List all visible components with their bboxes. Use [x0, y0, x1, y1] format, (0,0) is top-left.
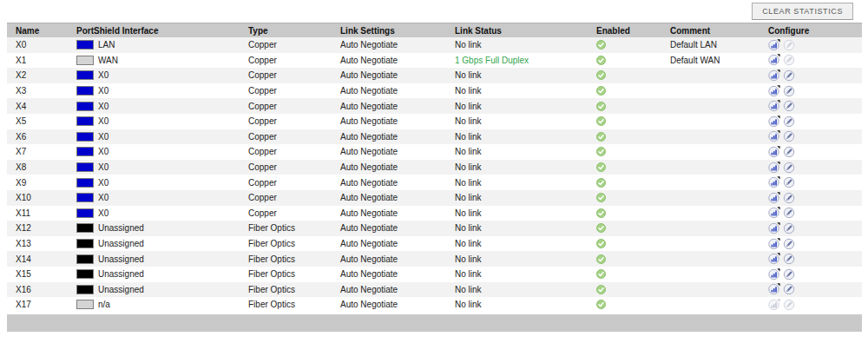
edit-pencil-icon[interactable]: [783, 238, 795, 250]
edit-pencil-icon[interactable]: [783, 85, 795, 97]
portshield-color-swatch: [76, 147, 94, 156]
statistics-bar-chart-icon[interactable]: [768, 100, 780, 112]
comment: [661, 144, 760, 160]
link-status: No link: [446, 251, 588, 267]
portshield-label: Unassigned: [98, 223, 144, 233]
link-settings: Auto Negotiate: [332, 37, 446, 53]
statistics-bar-chart-icon[interactable]: [768, 222, 780, 234]
enabled-check-circle-icon: [596, 254, 606, 264]
statistics-bar-chart-icon[interactable]: [768, 54, 780, 66]
port-name: X15: [7, 267, 68, 282]
statistics-bar-chart-icon[interactable]: [768, 207, 780, 219]
enabled-check-circle-icon: [596, 239, 606, 248]
statistics-bar-chart-icon[interactable]: [768, 69, 780, 82]
comment: [661, 267, 760, 282]
edit-pencil-icon[interactable]: [783, 162, 795, 174]
column-header-portshield: PortShield Interface: [68, 23, 240, 37]
statistics-bar-chart-icon[interactable]: [768, 39, 780, 51]
edit-pencil-icon[interactable]: [783, 54, 795, 66]
column-header-configure: Configure: [760, 23, 862, 37]
statistics-bar-chart-icon[interactable]: [768, 299, 780, 311]
portshield-color-swatch: [76, 162, 94, 172]
link-status: No link: [446, 160, 588, 175]
statistics-bar-chart-icon[interactable]: [768, 283, 780, 295]
edit-pencil-icon[interactable]: [783, 299, 795, 311]
port-name: X8: [7, 160, 68, 175]
port-type: Fiber Optics: [240, 236, 332, 252]
port-name: X17: [7, 297, 68, 313]
edit-pencil-icon[interactable]: [783, 192, 795, 204]
clear-statistics-button[interactable]: CLEAR STATISTICS: [752, 3, 853, 20]
table-row: X13 Unassigned Fiber Optics Auto Negotia…: [7, 236, 862, 252]
link-status: No link: [446, 129, 588, 145]
portshield-color-swatch: [76, 116, 94, 126]
port-type: Fiber Optics: [240, 297, 332, 313]
comment: [661, 160, 760, 175]
statistics-bar-chart-icon[interactable]: [768, 238, 780, 250]
edit-pencil-icon[interactable]: [783, 130, 795, 142]
link-status: 1 Gbps Full Duplex: [446, 53, 588, 69]
link-status: No link: [446, 175, 588, 190]
port-type: Fiber Optics: [240, 267, 332, 282]
link-status: No link: [446, 267, 588, 282]
edit-pencil-icon[interactable]: [783, 100, 795, 112]
statistics-bar-chart-icon[interactable]: [768, 146, 780, 158]
statistics-bar-chart-icon[interactable]: [768, 176, 780, 188]
edit-pencil-icon[interactable]: [783, 146, 795, 158]
statistics-bar-chart-icon[interactable]: [768, 253, 780, 265]
edit-pencil-icon[interactable]: [783, 253, 795, 265]
enabled-check-circle-icon: [596, 208, 606, 218]
comment: [661, 175, 760, 190]
statistics-bar-chart-icon[interactable]: [768, 85, 780, 97]
port-type: Copper: [240, 129, 332, 145]
statistics-bar-chart-icon[interactable]: [768, 162, 780, 174]
comment: [661, 190, 760, 206]
port-type: Fiber Optics: [240, 221, 332, 236]
table-row: X4 X0 Copper Auto Negotiate No link: [7, 98, 862, 114]
link-settings: Auto Negotiate: [332, 236, 446, 252]
comment: Default WAN: [661, 53, 760, 69]
link-settings: Auto Negotiate: [332, 282, 446, 298]
comment: [661, 129, 760, 145]
comment: [661, 251, 760, 267]
portshield-label: X0: [98, 162, 108, 172]
portshield-color-swatch: [76, 86, 94, 96]
portshield-label: X0: [98, 116, 108, 126]
portshield-label: X0: [98, 147, 108, 156]
link-settings: Auto Negotiate: [332, 129, 446, 145]
link-settings: Auto Negotiate: [332, 190, 446, 206]
edit-pencil-icon[interactable]: [783, 39, 795, 51]
link-settings: Auto Negotiate: [332, 114, 446, 129]
port-name: X6: [7, 129, 68, 145]
edit-pencil-icon[interactable]: [783, 207, 795, 219]
table-row: X15 Unassigned Fiber Optics Auto Negotia…: [7, 267, 862, 282]
edit-pencil-icon[interactable]: [783, 283, 795, 295]
portshield-color-swatch: [76, 193, 94, 202]
link-status: No link: [446, 221, 588, 236]
edit-pencil-icon[interactable]: [783, 116, 795, 128]
port-type: Copper: [240, 175, 332, 190]
port-name: X11: [7, 206, 68, 221]
link-settings: Auto Negotiate: [332, 98, 446, 114]
edit-pencil-icon[interactable]: [783, 176, 795, 188]
portshield-color-swatch: [76, 285, 94, 294]
table-row: X16 Unassigned Fiber Optics Auto Negotia…: [7, 282, 862, 298]
statistics-bar-chart-icon[interactable]: [768, 116, 780, 128]
statistics-bar-chart-icon[interactable]: [768, 192, 780, 204]
table-row: X0 LAN Copper Auto Negotiate No link Def…: [7, 37, 862, 53]
enabled-check-circle-icon: [596, 300, 606, 309]
edit-pencil-icon[interactable]: [783, 268, 795, 280]
portshield-color-swatch: [76, 254, 94, 264]
enabled-check-circle-icon: [596, 285, 606, 294]
enabled-check-circle-icon: [596, 223, 606, 233]
table-row: X2 X0 Copper Auto Negotiate No link: [7, 68, 862, 83]
comment: Default LAN: [661, 37, 760, 53]
link-settings: Auto Negotiate: [332, 83, 446, 99]
statistics-bar-chart-icon[interactable]: [768, 130, 780, 142]
portshield-label: Unassigned: [98, 269, 144, 279]
edit-pencil-icon[interactable]: [783, 69, 795, 82]
column-header-enabled: Enabled: [588, 23, 661, 37]
edit-pencil-icon[interactable]: [783, 222, 795, 234]
statistics-bar-chart-icon[interactable]: [768, 268, 780, 280]
port-name: X4: [7, 98, 68, 114]
